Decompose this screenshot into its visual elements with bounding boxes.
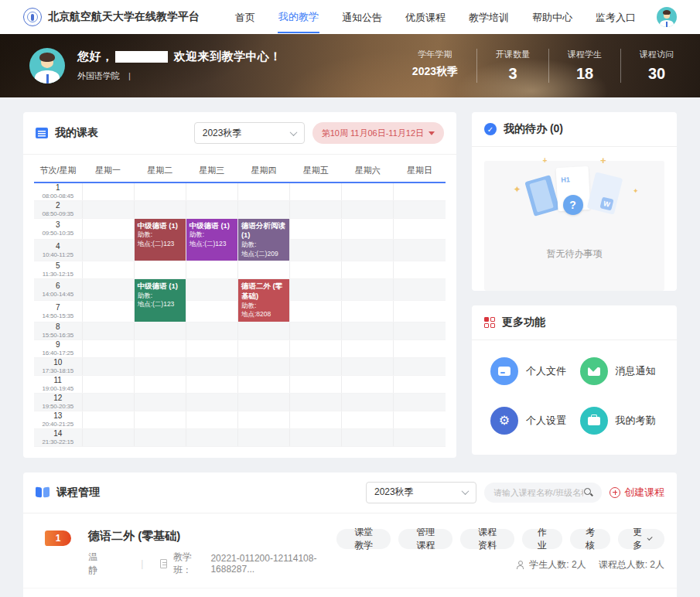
timetable-cell xyxy=(237,375,289,393)
course-management-card: 课程管理 2023秋季 创建课程 1德语二外 (零基础)温静|教学班：20221… xyxy=(23,472,677,597)
action-button-管理课程[interactable]: 管理课程 xyxy=(398,529,452,549)
stat-value: 2023秋季 xyxy=(412,65,458,79)
day-column-header: 星期二 xyxy=(134,159,186,183)
sparkle-icon: + xyxy=(543,156,548,165)
period-cell: 208:50-09:35 xyxy=(34,200,82,218)
banner-stat: 开课数量3 xyxy=(476,49,548,83)
day-column-header: 星期一 xyxy=(82,159,134,183)
timetable-cell xyxy=(134,375,186,393)
period-time: 09:50-10:35 xyxy=(34,230,82,237)
period-time: 08:50-09:35 xyxy=(34,210,82,218)
course-search-input[interactable] xyxy=(493,488,583,497)
timetable-cell xyxy=(342,240,394,261)
greeting-line: 您好， 欢迎来到教学中心！ xyxy=(77,49,282,64)
timetable-cell xyxy=(237,322,289,339)
course-block-content: 中级德语 (1)助教:地点:(二)123 xyxy=(186,219,237,251)
plus-circle-icon xyxy=(610,487,620,498)
redacted-username xyxy=(115,51,168,63)
nav-item[interactable]: 教学培训 xyxy=(468,2,510,32)
course-block-content: 中级德语 (1)助教:地点:(二)123 xyxy=(135,279,186,312)
nav-item[interactable]: 通知公告 xyxy=(341,2,383,32)
action-button-考核[interactable]: 考核 xyxy=(570,529,610,549)
period-cell: 108:00-08:45 xyxy=(34,183,82,200)
timetable-cell xyxy=(342,261,394,279)
nav-item[interactable]: 我的教学 xyxy=(278,1,319,33)
course-row: 1德语二外 (零基础)温静|教学班：20221-011200-12114108-… xyxy=(23,513,677,588)
chevron-down-icon xyxy=(647,535,652,541)
action-button-课程资料[interactable]: 课程资料 xyxy=(460,529,514,549)
week-selector[interactable]: 第10周 11月06日-11月12日 xyxy=(312,122,444,144)
banner-stat: 学年学期2023秋季 xyxy=(394,49,476,83)
period-cell: 815:50-16:35 xyxy=(34,322,82,339)
stat-label: 学年学期 xyxy=(412,49,458,60)
more-functions-card: 更多功能 个人文件消息通知⚙个人设置我的考勤 xyxy=(472,305,677,455)
case-icon xyxy=(580,407,608,435)
case-glyph xyxy=(588,417,600,425)
quick-action-gear[interactable]: ⚙个人设置 xyxy=(490,407,580,435)
course-block-assistant: 助教: xyxy=(241,302,286,310)
course-title[interactable]: 德语二外 (零基础) xyxy=(88,529,336,544)
timetable-cell xyxy=(82,322,134,339)
period-time: 08:00-08:45 xyxy=(34,193,82,200)
timetable-cell xyxy=(186,375,237,393)
timetable: 节次/星期星期一星期二星期三星期四星期五星期六星期日 108:00-08:452… xyxy=(34,159,446,447)
course-block[interactable]: 德语分析阅读 (1)助教:地点:(二)209 xyxy=(237,218,289,261)
meta-separator: | xyxy=(141,558,143,569)
drive-icon xyxy=(490,357,518,385)
todo-clock-icon: ✓ xyxy=(484,123,497,135)
nav-item[interactable]: 监考入口 xyxy=(595,2,637,32)
stat-label: 开课数量 xyxy=(496,49,530,60)
create-course-button[interactable]: 创建课程 xyxy=(610,486,664,500)
course-block-assistant: 助教: xyxy=(138,230,183,239)
day-column-header: 星期四 xyxy=(237,159,289,183)
user-avatar[interactable] xyxy=(657,7,677,27)
courses-term-select[interactable]: 2023秋季 xyxy=(366,482,476,503)
period-time: 10:40-11:25 xyxy=(34,251,82,259)
nav-item[interactable]: 首页 xyxy=(234,2,256,32)
period-number: 11 xyxy=(34,376,82,385)
course-block-location: 地点:(二)123 xyxy=(138,300,183,309)
day-column-header: 星期六 xyxy=(342,159,394,183)
timetable-cell xyxy=(394,300,446,322)
period-number: 4 xyxy=(34,242,82,251)
nav-item[interactable]: 帮助中心 xyxy=(531,2,573,32)
search-icon[interactable] xyxy=(583,487,593,497)
action-button-更多[interactable]: 更多 xyxy=(618,529,664,549)
course-block[interactable]: 中级德语 (1)助教:地点:(二)123 xyxy=(186,218,237,261)
course-block-title: 中级德语 (1) xyxy=(138,281,183,292)
timetable-cell xyxy=(186,322,237,339)
quick-action-case[interactable]: 我的考勤 xyxy=(580,407,670,435)
day-column-header: 星期五 xyxy=(290,159,342,183)
period-time: 14:00-14:45 xyxy=(34,291,82,298)
timetable-cell xyxy=(342,322,394,339)
timetable-cell xyxy=(394,428,446,446)
stat-value: 30 xyxy=(640,65,674,83)
period-number: 13 xyxy=(34,411,82,421)
platform-title: 北京航空航天大学在线教学平台 xyxy=(48,10,200,24)
nav-item[interactable]: 优质课程 xyxy=(405,2,446,32)
action-button-课堂教学[interactable]: 课堂教学 xyxy=(336,529,391,549)
timetable-cell xyxy=(290,261,342,279)
course-block[interactable]: 中级德语 (1)助教:地点:(二)123 xyxy=(134,279,186,322)
schedule-term-select[interactable]: 2023秋季 xyxy=(194,122,305,144)
timetable-cell xyxy=(290,393,342,411)
timetable-cell xyxy=(134,428,186,446)
caret-down-icon xyxy=(429,131,435,138)
courses-term-value: 2023秋季 xyxy=(374,486,414,499)
schedule-term-value: 2023秋季 xyxy=(203,127,242,140)
quick-action-drive[interactable]: 个人文件 xyxy=(490,357,580,385)
sparkle-icon: ✦ xyxy=(633,187,639,195)
timetable-cell xyxy=(290,240,342,261)
brand[interactable]: 北京航空航天大学在线教学平台 xyxy=(23,8,200,26)
timetable-cell xyxy=(237,183,289,200)
action-button-作业[interactable]: 作业 xyxy=(522,529,562,549)
quick-action-mail[interactable]: 消息通知 xyxy=(580,357,670,385)
course-main: 德语二外 (零基础)温静|教学班：20221-011200-12114108-1… xyxy=(88,529,336,577)
timetable-cell xyxy=(290,183,342,200)
course-block[interactable]: 中级德语 (1)助教:地点:(二)123 xyxy=(134,218,186,261)
course-block[interactable]: 德语二外 (零基础)助教:地点:8208 xyxy=(237,279,289,322)
schedule-card: 我的课表 2023秋季 第10周 11月06日-11月12日 节次/星期星期一星… xyxy=(23,112,456,458)
course-search-box xyxy=(484,483,602,503)
timetable-cell xyxy=(237,357,289,375)
timetable-cell xyxy=(342,339,394,357)
